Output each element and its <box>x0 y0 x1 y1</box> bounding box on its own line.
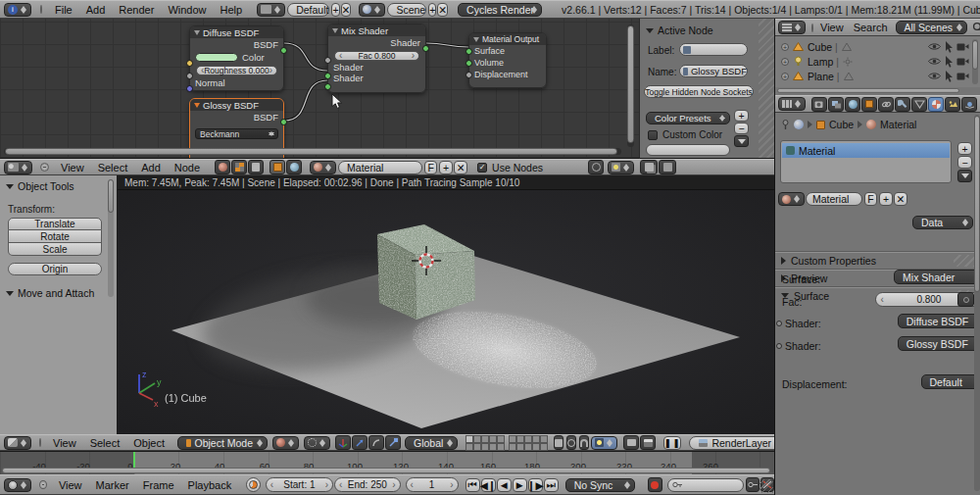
unlink-material-button[interactable]: ✕ <box>894 192 907 206</box>
add-material-button[interactable]: + <box>439 161 453 174</box>
render-opengl-button[interactable] <box>623 435 639 450</box>
socket-shader2-input[interactable] <box>324 83 331 90</box>
viewport-render-area[interactable]: Mem: 7.45M, Peak: 7.45M | Scene | Elapse… <box>118 175 774 434</box>
breadcrumb-object[interactable]: Cube <box>829 119 854 130</box>
prev-keyframe-button[interactable]: ◀❙ <box>481 478 496 492</box>
jump-to-end-button[interactable]: ⏭ <box>544 478 559 492</box>
tab-render-layers[interactable] <box>828 97 844 112</box>
panel-resize-stripes[interactable] <box>759 19 774 158</box>
snap-mode-button[interactable] <box>608 161 634 174</box>
menu-frame[interactable]: Frame <box>136 479 181 491</box>
material-browse-button[interactable] <box>778 192 805 206</box>
lock-to-scene-button[interactable] <box>554 435 564 450</box>
expand-icon[interactable]: + <box>781 58 789 66</box>
collapse-node-icon[interactable] <box>473 37 479 42</box>
pivot-dropdown[interactable] <box>304 436 330 450</box>
editor-type-button-nodes[interactable] <box>4 161 32 174</box>
search-icon[interactable] <box>972 22 980 33</box>
transform-orientation-dropdown[interactable]: Global <box>405 436 458 450</box>
screen-layout-icon-button[interactable] <box>257 3 285 17</box>
node-material-output[interactable]: Material Output Surface Volume Displacem… <box>468 32 547 88</box>
collapse-menus-icon[interactable] <box>811 24 813 32</box>
menu-file[interactable]: File <box>48 4 79 16</box>
material-name-field[interactable]: Material <box>338 161 422 174</box>
visibility-eye-icon[interactable] <box>928 72 941 80</box>
shader1-value-dropdown[interactable]: Diffuse BSDF <box>898 314 980 328</box>
roughness-slider[interactable]: Roughness 0.000 <box>196 66 277 75</box>
custom-color-checkbox[interactable] <box>648 130 658 140</box>
layers-grid[interactable] <box>466 435 548 451</box>
panel-expand-icon[interactable] <box>646 28 654 33</box>
collapse-node-icon[interactable] <box>194 103 200 108</box>
add-preset-button[interactable]: + <box>734 110 749 122</box>
render-engine-dropdown[interactable]: Cycles Render <box>458 3 542 17</box>
use-nodes-checkbox[interactable]: ✓ <box>477 163 487 173</box>
play-button[interactable]: ▶ <box>513 478 527 492</box>
timeline-hscrollbar[interactable] <box>2 468 770 473</box>
editor-type-button-info[interactable]: i <box>4 3 31 17</box>
node-glossy-header[interactable]: Glossy BSDF <box>190 99 283 111</box>
surface-value-dropdown[interactable]: Mix Shader <box>894 270 980 284</box>
snap-toggle-button[interactable] <box>579 435 589 450</box>
outliner-row-cube[interactable]: + Cube | <box>775 39 980 54</box>
socket-fac-input[interactable] <box>324 57 331 64</box>
active-node-panel-header[interactable]: Active Node <box>646 25 713 36</box>
visibility-eye-icon[interactable] <box>928 57 941 66</box>
delete-scene-button[interactable]: ✕ <box>437 3 448 17</box>
unlink-material-button[interactable]: ✕ <box>454 161 467 174</box>
node-editor-vscrollbar[interactable] <box>627 25 634 147</box>
tab-object-data[interactable] <box>911 97 927 112</box>
menu-view[interactable]: View <box>54 162 91 173</box>
scene-context-icon[interactable] <box>794 120 804 129</box>
fac-slider[interactable]: Fac 0.800 <box>334 51 419 61</box>
shader2-value-dropdown[interactable]: Glossy BSDF <box>898 336 980 351</box>
socket-surface-input[interactable] <box>466 48 472 55</box>
expand-icon[interactable]: + <box>781 43 789 51</box>
copy-nodes-button[interactable] <box>640 160 658 174</box>
breadcrumb-data[interactable]: Material <box>880 119 916 130</box>
node-label-field[interactable] <box>679 43 748 56</box>
distribution-dropdown[interactable]: Beckmann <box>195 128 278 139</box>
editor-type-button-3dview[interactable] <box>4 436 31 450</box>
mode-dropdown[interactable]: Object Mode <box>177 436 268 450</box>
tab-constraints[interactable] <box>878 97 894 112</box>
rotate-button[interactable]: Rotate <box>8 230 102 243</box>
collapse-menus-icon[interactable] <box>40 163 49 172</box>
fake-user-button[interactable]: F <box>424 161 437 174</box>
link-dropdown[interactable]: Data <box>912 216 973 229</box>
object-context-button[interactable] <box>270 160 285 174</box>
move-attach-panel-header[interactable]: Move and Attach <box>6 287 117 299</box>
slot-specials-button[interactable] <box>957 170 972 182</box>
outliner-vscrollbar[interactable] <box>972 39 978 84</box>
menu-view[interactable]: View <box>815 22 849 33</box>
selectability-cursor-icon[interactable] <box>944 56 954 68</box>
collapse-node-icon[interactable] <box>332 28 338 33</box>
remove-slot-button[interactable]: − <box>957 156 972 169</box>
manipulator-rotate-button[interactable] <box>368 435 384 450</box>
menu-search[interactable]: Search <box>849 22 893 33</box>
tool-shelf-scrollbar[interactable] <box>108 179 114 297</box>
scale-button[interactable]: Scale <box>8 243 102 256</box>
menu-add[interactable]: Add <box>134 162 168 173</box>
renderability-camera-icon[interactable] <box>956 42 969 51</box>
outliner-row-lamp[interactable]: + Lamp | <box>775 54 980 69</box>
render-layer-button[interactable]: RenderLayer <box>689 436 781 450</box>
menu-select[interactable]: Select <box>83 437 127 449</box>
menu-node[interactable]: Node <box>168 162 207 173</box>
next-keyframe-button[interactable]: ❙▶ <box>528 478 543 492</box>
start-frame-field[interactable]: Start: 1 <box>266 477 333 492</box>
outliner-row-plane[interactable]: + Plane | <box>775 69 980 83</box>
tab-modifiers[interactable] <box>895 97 910 112</box>
manipulator-toggle-button[interactable] <box>335 435 351 450</box>
color-presets-dropdown[interactable]: Color Presets <box>646 112 730 124</box>
socket-color-input[interactable] <box>186 60 193 67</box>
delete-layout-button[interactable]: ✕ <box>341 3 352 17</box>
shader-type-texture-button[interactable] <box>248 160 264 174</box>
color-swatch[interactable] <box>195 53 238 62</box>
node-mix-header[interactable]: Mix Shader <box>328 25 425 36</box>
proportional-edit-button[interactable] <box>566 435 576 450</box>
node-mix-shader[interactable]: Mix Shader Shader Fac 0.800 Shader Shade… <box>327 24 426 93</box>
material-name-field[interactable]: Material <box>806 192 862 206</box>
material-slot-selected[interactable]: Material <box>782 143 950 158</box>
menu-render[interactable]: Render <box>112 4 161 16</box>
